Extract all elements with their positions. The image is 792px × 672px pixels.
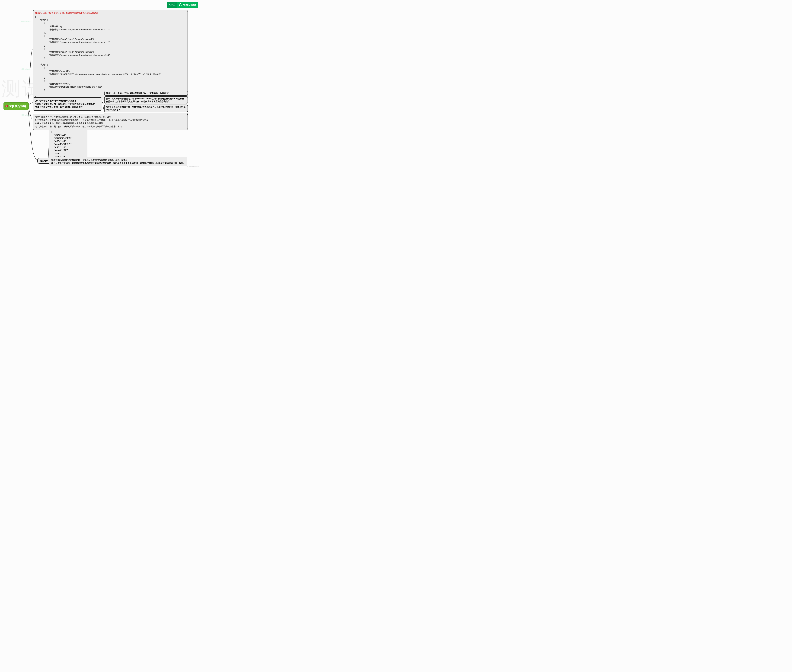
result-text-node[interactable]: 将所有SQL语句处理完成后返回一个字典，其中包含所有操作（查询、其他）结果； 此… bbox=[50, 157, 187, 166]
return-label: 返回结果 bbox=[40, 160, 48, 162]
brand-text: MindMaster bbox=[183, 3, 196, 6]
trial-version-bar: 试用版 MindMaster bbox=[166, 2, 198, 8]
requirement-node[interactable]: 要求1：每一个待执行SQL对象必须有两个key（变量名称、执行语句） bbox=[104, 91, 188, 96]
desc-line-3: 整体分为两个方向：查询、其他（新增、删除和修改） bbox=[35, 106, 100, 109]
footer-credit: CSDN @意识流的河 bbox=[186, 166, 199, 168]
root-badge: 1 bbox=[5, 105, 8, 107]
brand-label: MindMaster bbox=[177, 2, 198, 8]
trial-label: 试用版 bbox=[166, 2, 177, 8]
json-format-header: 要求Excel中「前/后置SQL处理」列填写下面特定格式的JSON字符串： bbox=[35, 12, 185, 15]
watermark-logo: MindMaster bbox=[21, 114, 31, 116]
requirement-node[interactable]: 要求3：当处理查询操作时，变量名称以字典形式传入，当处理其他操作时，变量名称以字… bbox=[104, 104, 188, 112]
description-node[interactable]: 其中每一个字典项作为一个待执行SQL对象； 可通过「变量名称」为「执行语句」中的… bbox=[33, 97, 102, 110]
explain-line-1: 在执行SQL语句时，将数据库操作分为两大类：查询和其他操作（包括增、删、改等）。 bbox=[35, 115, 185, 118]
desc-line-2: 可通过「变量名称」为「执行语句」中的查询字段自定义变量名称； bbox=[35, 102, 100, 106]
explain-line-3: 如果未上送变量名称，则默认以数据库字段名作为变量名保存到公共变量池。 bbox=[35, 122, 185, 125]
explanation-node[interactable]: 在执行SQL语句时，将数据库操作分为两大类：查询和其他操作（包括增、删、改等）。… bbox=[33, 114, 188, 130]
desc-line-1: 其中每一个字典项作为一个待执行SQL对象； bbox=[35, 99, 100, 102]
requirement-node[interactable]: 要求2：执行语句中的查询字段（select xxxx from之间）必须与变量名… bbox=[104, 96, 188, 104]
result-text-line-2: 此外，需要注意的是，如果指定的变量名称或数据库字段存在重复，我们会优先使用最新的… bbox=[51, 162, 185, 165]
mindmaster-logo-icon bbox=[179, 3, 182, 6]
json-format-body: { "查询": [ { "变量名称": {}, "执行语句": "select … bbox=[35, 15, 185, 98]
watermark-logo: MindMaster bbox=[21, 21, 31, 22]
json-format-node[interactable]: 要求Excel中「前/后置SQL处理」列填写下面特定格式的JSON字符串： { … bbox=[33, 10, 188, 100]
watermark-logo: MindMaster bbox=[21, 68, 31, 70]
result-text-line-1: 将所有SQL语句处理完成后返回一个字典，其中包含所有操作（查询、其他）结果； bbox=[51, 158, 185, 162]
result-json-body: { "sno": "110", "sname": "王铁锤", "no1": "… bbox=[51, 130, 86, 161]
root-label: SQL执行策略 bbox=[9, 104, 26, 108]
explain-line-4: 对于其他操作（增、删、改），默认记录受影响的行数，并将其作为操作结果的一部分进行… bbox=[35, 125, 185, 128]
root-node[interactable]: 1 SQL执行策略 bbox=[3, 102, 29, 110]
return-node[interactable]: 返回结果 bbox=[37, 158, 51, 164]
explain-line-2: 对于查询操作，将查询结果按照指定的变量名称一一对应地保存到公共变量池中，以便后续… bbox=[35, 118, 185, 122]
